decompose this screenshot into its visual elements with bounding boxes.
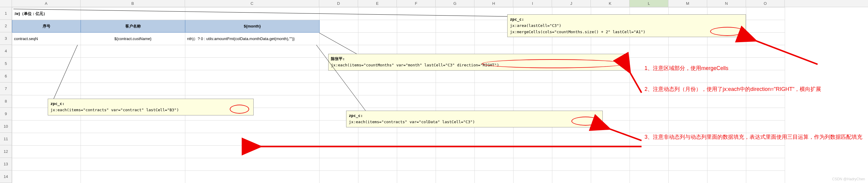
cell-F6[interactable] — [397, 70, 436, 83]
row-header-6[interactable]: 6 — [0, 70, 12, 82]
cell-B10[interactable] — [81, 121, 185, 133]
cell-K12[interactable] — [591, 146, 630, 158]
cell-M8[interactable] — [669, 96, 708, 108]
cell-J14[interactable] — [552, 171, 591, 183]
row-header-9[interactable]: 9 — [0, 108, 12, 120]
cell-B5[interactable] — [81, 58, 185, 70]
cell-K14[interactable] — [591, 171, 630, 183]
row-header-2[interactable]: 2 — [0, 20, 12, 32]
cell-I6[interactable] — [514, 70, 552, 83]
cell-C10[interactable] — [185, 121, 319, 133]
cell-K11[interactable] — [591, 133, 630, 146]
cell-B4[interactable] — [81, 45, 185, 58]
cell-E6[interactable] — [359, 70, 397, 83]
cell-J6[interactable] — [552, 70, 591, 83]
cell-A7[interactable] — [12, 83, 81, 96]
cell-E12[interactable] — [359, 146, 397, 158]
cell-G8[interactable] — [436, 96, 475, 108]
cell-E1[interactable] — [359, 7, 397, 20]
cell-F7[interactable] — [397, 83, 436, 96]
cell-A1[interactable]: :le}（单位：亿元） — [12, 7, 81, 20]
cell-F12[interactable] — [397, 146, 436, 158]
cell-B7[interactable] — [81, 83, 185, 96]
cell-N9[interactable] — [708, 108, 746, 121]
cell-O1[interactable] — [746, 7, 785, 20]
cell-A13[interactable] — [12, 158, 81, 171]
cell-F3[interactable] — [397, 33, 436, 45]
cell-M13[interactable] — [669, 158, 708, 171]
cell-C2[interactable]: ${month} — [185, 20, 319, 33]
cell-F2[interactable] — [397, 20, 436, 33]
cell-D13[interactable] — [319, 158, 359, 171]
cell-I8[interactable] — [514, 96, 552, 108]
cell-I11[interactable] — [514, 133, 552, 146]
cell-G2[interactable] — [436, 20, 475, 33]
row-header-10[interactable]: 10 — [0, 120, 12, 133]
cell-H14[interactable] — [475, 171, 514, 183]
cell-D2[interactable] — [319, 20, 359, 33]
cell-G13[interactable] — [436, 158, 475, 171]
cell-O9[interactable] — [746, 108, 785, 121]
cell-E8[interactable] — [359, 96, 397, 108]
cell-F8[interactable] — [397, 96, 436, 108]
row-header-1[interactable]: 1 — [0, 7, 12, 20]
cell-J8[interactable] — [552, 96, 591, 108]
cell-J12[interactable] — [552, 146, 591, 158]
row-header-13[interactable]: 13 — [0, 158, 12, 171]
column-header-H[interactable]: H — [474, 0, 513, 7]
cell-I13[interactable] — [514, 158, 552, 171]
cell-G1[interactable] — [436, 7, 475, 20]
column-header-E[interactable]: E — [358, 0, 397, 7]
cell-B12[interactable] — [81, 146, 185, 158]
cell-H7[interactable] — [475, 83, 514, 96]
cell-O12[interactable] — [746, 146, 785, 158]
cell-M14[interactable] — [669, 171, 708, 183]
cell-N13[interactable] — [708, 158, 746, 171]
cell-A2[interactable]: 序号 — [12, 20, 81, 33]
cell-B13[interactable] — [81, 158, 185, 171]
cell-L9[interactable] — [630, 108, 669, 121]
column-header-A[interactable]: A — [12, 0, 81, 7]
cell-A6[interactable] — [12, 70, 81, 83]
cell-E3[interactable] — [359, 33, 397, 45]
cell-J7[interactable] — [552, 83, 591, 96]
cell-B2[interactable]: 客户名称 — [81, 20, 185, 33]
column-header-N[interactable]: N — [707, 0, 746, 7]
cell-M12[interactable] — [669, 146, 708, 158]
cell-A3[interactable]: contract.seqN — [12, 33, 81, 45]
cell-E14[interactable] — [359, 171, 397, 183]
row-header-4[interactable]: 4 — [0, 45, 12, 57]
cell-H13[interactable] — [475, 158, 514, 171]
cell-O3[interactable] — [746, 33, 785, 45]
cell-N8[interactable] — [708, 96, 746, 108]
select-all-corner[interactable] — [0, 0, 12, 7]
cell-D11[interactable] — [319, 133, 359, 146]
cell-C4[interactable] — [185, 45, 319, 58]
cell-H8[interactable] — [475, 96, 514, 108]
cell-O4[interactable] — [746, 45, 785, 58]
cell-C6[interactable] — [185, 70, 319, 83]
cell-B11[interactable] — [81, 133, 185, 146]
cell-M10[interactable] — [669, 121, 708, 133]
cell-N4[interactable] — [708, 45, 746, 58]
cell-D14[interactable] — [319, 171, 359, 183]
cell-H12[interactable] — [475, 146, 514, 158]
cell-L14[interactable] — [630, 171, 669, 183]
cell-D3[interactable] — [319, 33, 359, 45]
cell-N14[interactable] — [708, 171, 746, 183]
cell-L10[interactable] — [630, 121, 669, 133]
column-header-M[interactable]: M — [669, 0, 707, 7]
cell-F1[interactable] — [397, 7, 436, 20]
cell-D6[interactable] — [319, 70, 359, 83]
cell-G12[interactable] — [436, 146, 475, 158]
cell-D7[interactable] — [319, 83, 359, 96]
cell-L4[interactable] — [630, 45, 669, 58]
cell-C7[interactable] — [185, 83, 319, 96]
column-header-I[interactable]: I — [513, 0, 552, 7]
row-header-5[interactable]: 5 — [0, 57, 12, 70]
row-header-11[interactable]: 11 — [0, 133, 12, 145]
cell-A5[interactable] — [12, 58, 81, 70]
cell-F13[interactable] — [397, 158, 436, 171]
cell-J11[interactable] — [552, 133, 591, 146]
cell-N10[interactable] — [708, 121, 746, 133]
